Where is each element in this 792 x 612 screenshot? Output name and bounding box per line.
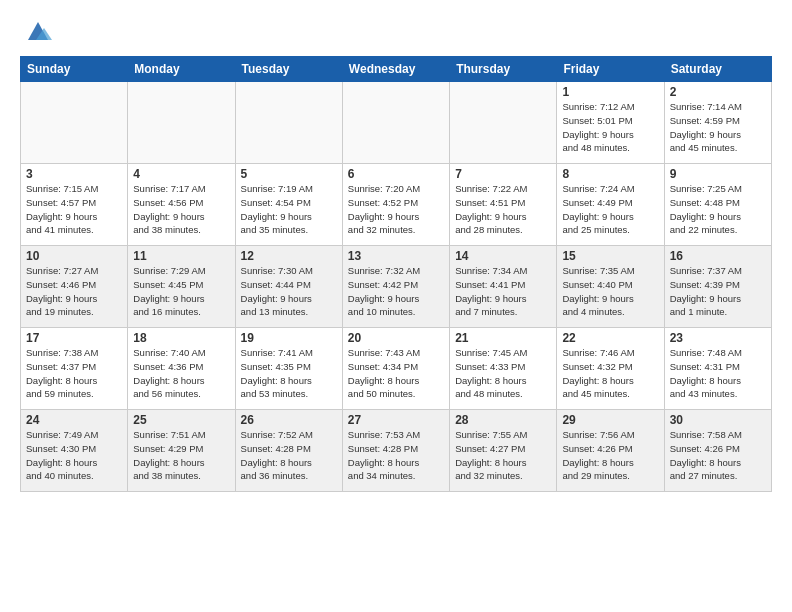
day-number: 23 (670, 331, 766, 345)
day-number: 14 (455, 249, 551, 263)
day-info: Sunrise: 7:19 AM Sunset: 4:54 PM Dayligh… (241, 182, 337, 237)
day-number: 2 (670, 85, 766, 99)
day-info: Sunrise: 7:15 AM Sunset: 4:57 PM Dayligh… (26, 182, 122, 237)
day-number: 27 (348, 413, 444, 427)
day-cell: 30Sunrise: 7:58 AM Sunset: 4:26 PM Dayli… (664, 410, 771, 492)
day-number: 13 (348, 249, 444, 263)
day-info: Sunrise: 7:27 AM Sunset: 4:46 PM Dayligh… (26, 264, 122, 319)
day-cell: 28Sunrise: 7:55 AM Sunset: 4:27 PM Dayli… (450, 410, 557, 492)
day-cell: 21Sunrise: 7:45 AM Sunset: 4:33 PM Dayli… (450, 328, 557, 410)
day-cell: 14Sunrise: 7:34 AM Sunset: 4:41 PM Dayli… (450, 246, 557, 328)
day-cell: 18Sunrise: 7:40 AM Sunset: 4:36 PM Dayli… (128, 328, 235, 410)
day-cell: 29Sunrise: 7:56 AM Sunset: 4:26 PM Dayli… (557, 410, 664, 492)
day-number: 25 (133, 413, 229, 427)
day-info: Sunrise: 7:56 AM Sunset: 4:26 PM Dayligh… (562, 428, 658, 483)
col-header-friday: Friday (557, 57, 664, 82)
day-cell: 9Sunrise: 7:25 AM Sunset: 4:48 PM Daylig… (664, 164, 771, 246)
day-number: 15 (562, 249, 658, 263)
day-info: Sunrise: 7:45 AM Sunset: 4:33 PM Dayligh… (455, 346, 551, 401)
day-number: 29 (562, 413, 658, 427)
day-cell: 10Sunrise: 7:27 AM Sunset: 4:46 PM Dayli… (21, 246, 128, 328)
day-cell: 20Sunrise: 7:43 AM Sunset: 4:34 PM Dayli… (342, 328, 449, 410)
day-cell: 17Sunrise: 7:38 AM Sunset: 4:37 PM Dayli… (21, 328, 128, 410)
day-info: Sunrise: 7:49 AM Sunset: 4:30 PM Dayligh… (26, 428, 122, 483)
day-info: Sunrise: 7:30 AM Sunset: 4:44 PM Dayligh… (241, 264, 337, 319)
day-cell: 12Sunrise: 7:30 AM Sunset: 4:44 PM Dayli… (235, 246, 342, 328)
day-info: Sunrise: 7:58 AM Sunset: 4:26 PM Dayligh… (670, 428, 766, 483)
day-number: 3 (26, 167, 122, 181)
day-info: Sunrise: 7:51 AM Sunset: 4:29 PM Dayligh… (133, 428, 229, 483)
day-cell: 16Sunrise: 7:37 AM Sunset: 4:39 PM Dayli… (664, 246, 771, 328)
day-info: Sunrise: 7:20 AM Sunset: 4:52 PM Dayligh… (348, 182, 444, 237)
day-cell: 19Sunrise: 7:41 AM Sunset: 4:35 PM Dayli… (235, 328, 342, 410)
day-info: Sunrise: 7:29 AM Sunset: 4:45 PM Dayligh… (133, 264, 229, 319)
day-number: 6 (348, 167, 444, 181)
day-cell: 22Sunrise: 7:46 AM Sunset: 4:32 PM Dayli… (557, 328, 664, 410)
day-number: 20 (348, 331, 444, 345)
day-cell: 27Sunrise: 7:53 AM Sunset: 4:28 PM Dayli… (342, 410, 449, 492)
day-number: 18 (133, 331, 229, 345)
day-info: Sunrise: 7:34 AM Sunset: 4:41 PM Dayligh… (455, 264, 551, 319)
col-header-monday: Monday (128, 57, 235, 82)
day-info: Sunrise: 7:22 AM Sunset: 4:51 PM Dayligh… (455, 182, 551, 237)
day-info: Sunrise: 7:35 AM Sunset: 4:40 PM Dayligh… (562, 264, 658, 319)
day-number: 24 (26, 413, 122, 427)
day-number: 30 (670, 413, 766, 427)
day-number: 19 (241, 331, 337, 345)
logo (20, 18, 52, 48)
day-cell: 23Sunrise: 7:48 AM Sunset: 4:31 PM Dayli… (664, 328, 771, 410)
day-info: Sunrise: 7:53 AM Sunset: 4:28 PM Dayligh… (348, 428, 444, 483)
day-info: Sunrise: 7:52 AM Sunset: 4:28 PM Dayligh… (241, 428, 337, 483)
day-cell: 11Sunrise: 7:29 AM Sunset: 4:45 PM Dayli… (128, 246, 235, 328)
col-header-saturday: Saturday (664, 57, 771, 82)
day-cell: 8Sunrise: 7:24 AM Sunset: 4:49 PM Daylig… (557, 164, 664, 246)
day-info: Sunrise: 7:32 AM Sunset: 4:42 PM Dayligh… (348, 264, 444, 319)
day-info: Sunrise: 7:48 AM Sunset: 4:31 PM Dayligh… (670, 346, 766, 401)
calendar: SundayMondayTuesdayWednesdayThursdayFrid… (20, 56, 772, 492)
day-info: Sunrise: 7:12 AM Sunset: 5:01 PM Dayligh… (562, 100, 658, 155)
day-cell (128, 82, 235, 164)
day-number: 1 (562, 85, 658, 99)
day-info: Sunrise: 7:43 AM Sunset: 4:34 PM Dayligh… (348, 346, 444, 401)
day-cell: 25Sunrise: 7:51 AM Sunset: 4:29 PM Dayli… (128, 410, 235, 492)
day-info: Sunrise: 7:46 AM Sunset: 4:32 PM Dayligh… (562, 346, 658, 401)
day-info: Sunrise: 7:17 AM Sunset: 4:56 PM Dayligh… (133, 182, 229, 237)
day-cell (342, 82, 449, 164)
col-header-thursday: Thursday (450, 57, 557, 82)
day-cell: 26Sunrise: 7:52 AM Sunset: 4:28 PM Dayli… (235, 410, 342, 492)
day-cell: 4Sunrise: 7:17 AM Sunset: 4:56 PM Daylig… (128, 164, 235, 246)
day-number: 9 (670, 167, 766, 181)
day-cell: 15Sunrise: 7:35 AM Sunset: 4:40 PM Dayli… (557, 246, 664, 328)
day-cell: 24Sunrise: 7:49 AM Sunset: 4:30 PM Dayli… (21, 410, 128, 492)
day-info: Sunrise: 7:24 AM Sunset: 4:49 PM Dayligh… (562, 182, 658, 237)
week-row-2: 3Sunrise: 7:15 AM Sunset: 4:57 PM Daylig… (21, 164, 772, 246)
day-number: 16 (670, 249, 766, 263)
header (0, 0, 792, 56)
day-cell: 5Sunrise: 7:19 AM Sunset: 4:54 PM Daylig… (235, 164, 342, 246)
day-cell: 6Sunrise: 7:20 AM Sunset: 4:52 PM Daylig… (342, 164, 449, 246)
day-number: 22 (562, 331, 658, 345)
day-cell (235, 82, 342, 164)
day-info: Sunrise: 7:41 AM Sunset: 4:35 PM Dayligh… (241, 346, 337, 401)
col-header-wednesday: Wednesday (342, 57, 449, 82)
day-number: 7 (455, 167, 551, 181)
week-row-3: 10Sunrise: 7:27 AM Sunset: 4:46 PM Dayli… (21, 246, 772, 328)
day-cell: 3Sunrise: 7:15 AM Sunset: 4:57 PM Daylig… (21, 164, 128, 246)
logo-icon (24, 18, 52, 44)
day-info: Sunrise: 7:37 AM Sunset: 4:39 PM Dayligh… (670, 264, 766, 319)
col-header-tuesday: Tuesday (235, 57, 342, 82)
week-row-4: 17Sunrise: 7:38 AM Sunset: 4:37 PM Dayli… (21, 328, 772, 410)
day-cell (21, 82, 128, 164)
day-number: 12 (241, 249, 337, 263)
day-info: Sunrise: 7:25 AM Sunset: 4:48 PM Dayligh… (670, 182, 766, 237)
day-cell: 2Sunrise: 7:14 AM Sunset: 4:59 PM Daylig… (664, 82, 771, 164)
col-header-sunday: Sunday (21, 57, 128, 82)
day-info: Sunrise: 7:55 AM Sunset: 4:27 PM Dayligh… (455, 428, 551, 483)
day-number: 10 (26, 249, 122, 263)
week-row-1: 1Sunrise: 7:12 AM Sunset: 5:01 PM Daylig… (21, 82, 772, 164)
day-cell: 13Sunrise: 7:32 AM Sunset: 4:42 PM Dayli… (342, 246, 449, 328)
day-number: 4 (133, 167, 229, 181)
day-info: Sunrise: 7:38 AM Sunset: 4:37 PM Dayligh… (26, 346, 122, 401)
day-number: 8 (562, 167, 658, 181)
day-number: 26 (241, 413, 337, 427)
